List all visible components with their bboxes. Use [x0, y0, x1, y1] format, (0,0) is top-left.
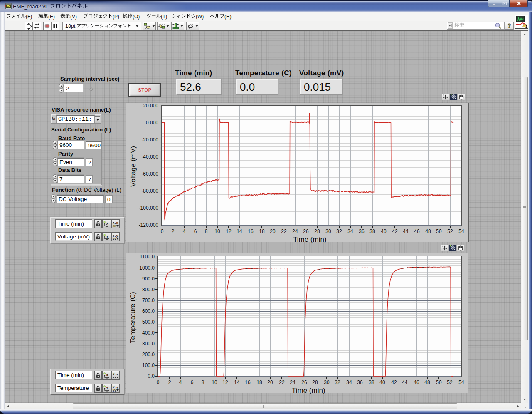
svg-text:?: ?	[508, 22, 511, 29]
svg-text:yy: yy	[113, 388, 116, 392]
svg-text:X: X	[106, 373, 108, 377]
svg-text:Y: Y	[106, 235, 108, 238]
svg-text:X: X	[106, 222, 108, 226]
svg-text:Y: Y	[106, 386, 108, 390]
svg-text:xx: xx	[113, 224, 116, 227]
svg-text:1: 1	[525, 25, 527, 28]
svg-text:yy: yy	[113, 237, 116, 240]
svg-text:xx: xx	[113, 375, 116, 379]
